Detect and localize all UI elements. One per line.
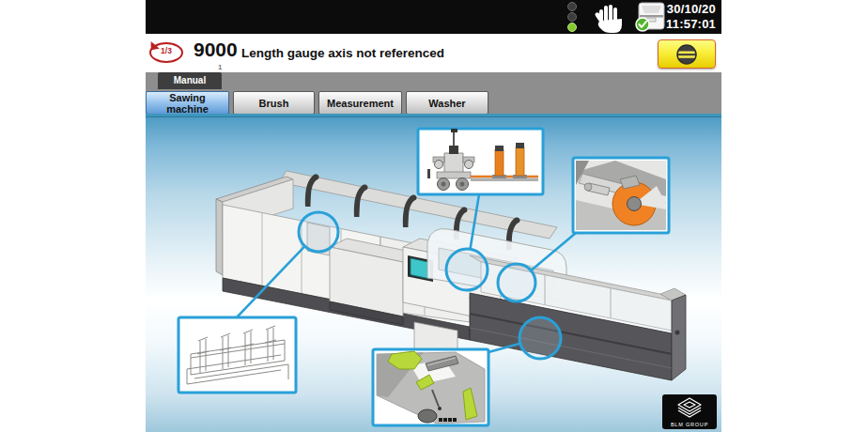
alarm-ack-button[interactable] [658,39,716,69]
alarm-counter: 1/3 [149,46,183,55]
datetime-display: 30/10/20 11:57:01 [666,2,716,32]
date-label: 30/10/20 [666,2,716,17]
mode-tab-manual[interactable]: Manual [158,72,222,89]
diamond-logo-icon [671,397,708,420]
time-label: 11:57:01 [666,17,716,32]
zone-magazine[interactable] [299,212,338,252]
zone-unload[interactable] [519,317,561,359]
alarm-code: 9000 [194,39,238,61]
status-light-red [567,2,577,11]
machine-ready-check-icon [633,2,669,37]
status-lights-icon [566,1,579,33]
callout-saw-blade-detail[interactable] [573,158,669,233]
logo-text: BLM GROUP [671,421,708,426]
status-light-green [567,23,577,32]
circle-with-bars-icon [674,43,699,66]
zone-saw[interactable] [498,264,535,301]
tab-brush[interactable]: Brush [233,91,315,115]
tab-sawing-machine[interactable]: Sawing machine [146,91,229,115]
navigation-strip: Manual Sawing machine Brush Measurement … [146,72,721,114]
zone-carriage[interactable] [446,249,488,290]
top-status-bar: 30/10/20 11:57:01 [146,0,721,34]
blm-group-logo: BLM GROUP [662,394,717,429]
hand-manual-mode-icon [589,1,627,37]
tab-measurement[interactable]: Measurement [318,91,402,115]
callout-carriage-cross-section[interactable] [418,129,543,194]
alarm-banner: 1/3 9000 1 Length gauge axis not referen… [146,34,721,72]
alarm-sub-index: 1 [218,63,222,71]
tab-washer[interactable]: Washer [406,91,488,115]
callout-loading-rack-wireframe[interactable] [178,317,296,393]
alarm-counter-icon[interactable]: 1/3 [149,42,187,65]
alarm-message: Length gauge axis not referenced [241,46,444,60]
machine-overview-canvas [146,117,721,432]
hmi-window: 30/10/20 11:57:01 1/3 9000 1 Length gaug… [146,0,721,432]
callout-clamp-detail[interactable] [373,349,488,425]
section-tabs: Sawing machine Brush Measurement Washer [146,91,488,115]
status-light-yellow [567,12,577,22]
